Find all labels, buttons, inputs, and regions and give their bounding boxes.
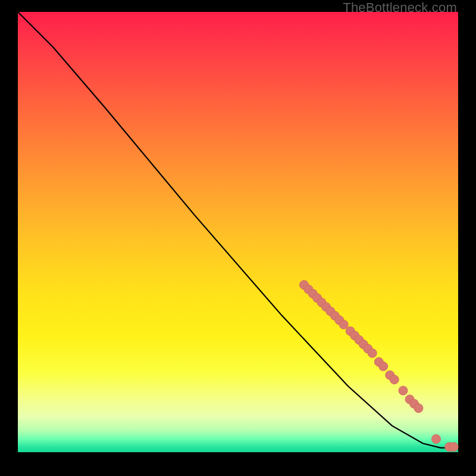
datapoint-marker [339,320,348,329]
datapoint-markers [300,280,459,451]
datapoint-marker [449,443,458,452]
datapoint-marker [379,362,388,371]
datapoint-marker [390,375,399,384]
datapoint-marker [432,434,441,443]
datapoint-marker [368,349,377,358]
plot-area [18,12,458,452]
chart-svg [18,12,458,452]
datapoint-marker [399,386,408,395]
datapoint-marker [414,404,423,413]
chart-frame: TheBottleneck.com [0,0,476,476]
